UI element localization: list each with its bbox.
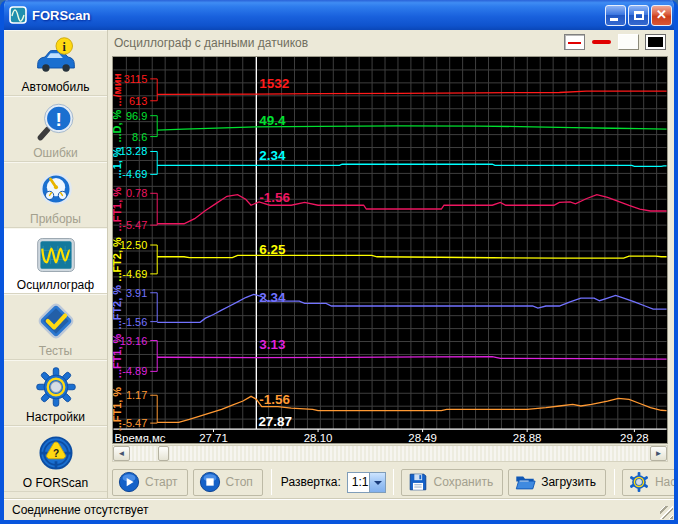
- sidebar-item-vehicle[interactable]: i Автомобиль: [4, 30, 107, 96]
- svg-text:Время,мс: Время,мс: [114, 432, 165, 443]
- gauge-icon: [4, 166, 107, 212]
- play-icon: [118, 471, 140, 493]
- svg-text:613: 613: [129, 95, 147, 107]
- magnifier-error-icon: !: [4, 100, 107, 146]
- svg-text:1532: 1532: [259, 76, 289, 91]
- svg-text:!: !: [55, 109, 61, 130]
- svg-text:-1.56: -1.56: [259, 392, 290, 407]
- svg-text:3.13: 3.13: [259, 337, 285, 352]
- svg-text:13.28: 13.28: [120, 145, 147, 157]
- sidebar-item-label: Осциллограф: [4, 278, 107, 292]
- save-button: Сохранить: [401, 469, 504, 496]
- svg-text:3115: 3115: [124, 73, 148, 85]
- stop-icon: [199, 471, 221, 493]
- sidebar-item-label: Настройки: [4, 410, 107, 424]
- sidebar-item-label: Автомобиль: [4, 80, 107, 94]
- sidebar-item-label: Тесты: [4, 344, 107, 358]
- start-button: Старт: [112, 469, 188, 496]
- car-info-icon: i: [4, 34, 107, 80]
- svg-text:-4.89: -4.89: [122, 365, 147, 377]
- oscilloscope-chart: Время,мс27.7128.1028.4928.8829.28.../мин…: [112, 56, 668, 444]
- chart-title: Осциллограф с данными датчиков: [114, 36, 308, 50]
- title-bar[interactable]: FORScan ✕: [0, 0, 678, 30]
- sidebar-item-gauges: Приборы: [4, 162, 107, 228]
- svg-text:-1.56: -1.56: [259, 190, 290, 205]
- chevron-down-icon[interactable]: [369, 473, 385, 492]
- window-title: FORScan: [32, 8, 605, 23]
- maximize-button[interactable]: [628, 5, 649, 26]
- main-panel: Осциллограф с данными датчиков Время,мс2…: [108, 30, 674, 498]
- horizontal-scrollbar: ◄ ►: [112, 445, 668, 462]
- background-black-button[interactable]: [645, 34, 666, 50]
- svg-text:...D, %: ...D, %: [113, 109, 123, 142]
- svg-text:.../мин: .../мин: [113, 73, 123, 107]
- load-button[interactable]: Загрузить: [508, 469, 606, 496]
- toolbar: Старт Стоп Развертка: 1:1: [112, 462, 674, 500]
- scroll-right-button[interactable]: ►: [650, 446, 667, 461]
- resize-grip[interactable]: [660, 506, 673, 519]
- maximize-icon: [634, 11, 644, 20]
- minimize-button[interactable]: [605, 5, 626, 26]
- thin-line-icon: [568, 42, 581, 44]
- svg-text:28.10: 28.10: [304, 432, 333, 443]
- app-icon: [9, 6, 27, 24]
- app-window: FORScan ✕ i Автомобиль: [0, 0, 678, 524]
- svg-text:28.49: 28.49: [408, 432, 437, 443]
- toolbar-separator: [393, 469, 394, 495]
- sidebar: i Автомобиль ! Ошибки: [4, 30, 108, 498]
- svg-text:-4.69: -4.69: [122, 168, 147, 180]
- sidebar-item-errors: ! Ошибки: [4, 96, 107, 162]
- scroll-left-button[interactable]: ◄: [113, 446, 130, 461]
- background-white-button[interactable]: [618, 34, 639, 50]
- toolbar-separator: [614, 469, 615, 495]
- about-wheel-icon: ?: [4, 430, 107, 476]
- sidebar-item-label: Ошибки: [4, 146, 107, 160]
- svg-text:96.9: 96.9: [126, 110, 147, 122]
- svg-text:?: ?: [52, 448, 58, 459]
- folder-open-icon: [514, 471, 536, 493]
- svg-text:27.87: 27.87: [258, 414, 292, 429]
- svg-text:28.88: 28.88: [513, 432, 542, 443]
- scroll-thumb[interactable]: [158, 446, 169, 461]
- svg-text:2.34: 2.34: [259, 290, 286, 305]
- svg-text:-5.47: -5.47: [122, 219, 147, 231]
- svg-text:49.4: 49.4: [259, 113, 286, 128]
- test-check-icon: [4, 298, 107, 344]
- svg-text:-4.69: -4.69: [122, 268, 147, 280]
- stop-button: Стоп: [193, 469, 263, 496]
- thick-line-icon: [592, 40, 611, 44]
- svg-text:8.6: 8.6: [132, 131, 147, 143]
- close-icon: ✕: [652, 7, 671, 22]
- sweep-value: 1:1: [348, 473, 369, 492]
- sidebar-item-about[interactable]: ? О FORScan: [4, 426, 107, 492]
- svg-text:12.50: 12.50: [120, 239, 147, 251]
- sweep-label: Развертка:: [281, 475, 341, 489]
- close-button[interactable]: ✕: [651, 5, 672, 26]
- gear-icon: [628, 471, 650, 493]
- oscilloscope-icon: [4, 232, 107, 278]
- sidebar-item-settings[interactable]: Настройки: [4, 360, 107, 426]
- status-bar: Соединение отсутствует: [4, 498, 674, 520]
- sidebar-item-tests: Тесты: [4, 294, 107, 360]
- sidebar-item-oscilloscope[interactable]: Осциллограф: [4, 228, 107, 294]
- svg-text:13.16: 13.16: [120, 335, 147, 347]
- minimize-icon: [610, 18, 618, 21]
- svg-text:2.34: 2.34: [259, 148, 286, 163]
- settings-button: Настройка: [622, 469, 678, 496]
- svg-text:27.71: 27.71: [199, 432, 228, 443]
- chart-canvas[interactable]: Время,мс27.7128.1028.4928.8829.28.../мин…: [113, 57, 667, 443]
- svg-text:3.91: 3.91: [126, 287, 147, 299]
- line-thick-button[interactable]: [591, 34, 612, 50]
- line-style-controls: [564, 34, 666, 50]
- svg-text:-5.47: -5.47: [122, 417, 147, 429]
- floppy-save-icon: [407, 471, 429, 493]
- status-text: Соединение отсутствует: [12, 503, 148, 517]
- scroll-track[interactable]: [130, 446, 650, 461]
- gear-icon: [4, 364, 107, 410]
- sidebar-item-label: Приборы: [4, 212, 107, 226]
- sidebar-item-label: О FORScan: [4, 476, 107, 490]
- svg-text:-1.56: -1.56: [122, 316, 147, 328]
- sweep-select[interactable]: 1:1: [347, 472, 386, 493]
- line-thin-button[interactable]: [564, 34, 585, 50]
- svg-text:6.25: 6.25: [259, 242, 286, 257]
